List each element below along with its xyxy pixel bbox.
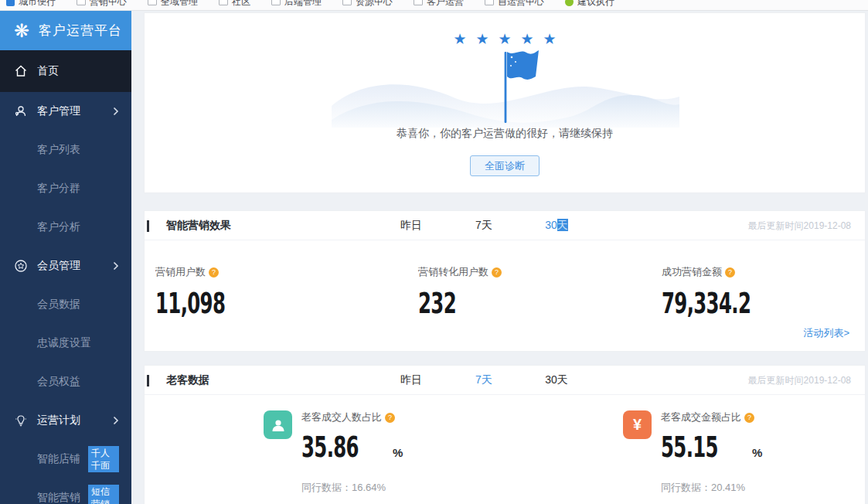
activity-list-link[interactable]: 活动列表> — [803, 326, 849, 340]
bookmark-folder[interactable]: 社区 — [219, 0, 250, 9]
help-icon[interactable]: ? — [725, 267, 735, 278]
bookmark-folder[interactable]: 全域管理 — [148, 0, 198, 9]
last-updated: 最后更新时间2019-12-08 — [748, 366, 851, 395]
stat-value: 55.15 — [661, 431, 718, 464]
sidebar-item-member-mgmt[interactable]: 会员管理 — [0, 247, 131, 285]
users-icon — [14, 104, 28, 118]
star-circle-icon — [14, 259, 28, 273]
folder-icon — [414, 0, 423, 5]
bookmark-folder[interactable]: 资源中心 — [342, 0, 393, 9]
person-icon — [264, 410, 292, 439]
tab-yesterday[interactable]: 昨日 — [395, 373, 427, 387]
peer-data: 同行数据：16.64% — [301, 481, 403, 495]
old-customer-card: 老客数据 昨日 7天 30天 最后更新时间2019-12-08 老客成交人数占比… — [144, 365, 866, 504]
title-marker — [147, 220, 149, 232]
tab-7days[interactable]: 7天 — [468, 373, 500, 387]
lightbulb-icon — [14, 414, 28, 427]
period-tabs: 昨日 7天 30天 — [395, 366, 573, 395]
congrats-card: ★★★★★ 恭喜你，你的客户运营做的很好，请继续保持 全面诊断 — [144, 12, 866, 193]
star-icon: ★ — [475, 31, 488, 47]
stat-converted-users: 营销转化用户数? 232 — [418, 265, 502, 320]
bookmark-folder[interactable]: 营销中心 — [77, 0, 127, 9]
percent-sign: % — [393, 446, 403, 459]
tab-30days[interactable]: 30天 — [540, 373, 573, 387]
star-icon: ★ — [453, 31, 466, 47]
last-updated: 最后更新时间2019-12-08 — [748, 211, 851, 240]
stat-value: 232 — [418, 287, 456, 320]
stat-value: 79,334.2 — [662, 287, 751, 320]
sidebar-item-smart-store[interactable]: 智能店铺 千人千面 — [0, 440, 131, 478]
congrats-message: 恭喜你，你的客户运营做的很好，请继续保持 — [145, 127, 865, 141]
card-title: 智能营销效果 — [166, 219, 231, 233]
sidebar-item-customer-analysis[interactable]: 客户分析 — [0, 208, 131, 247]
card-title: 老客数据 — [166, 373, 209, 387]
star-icon: ★ — [521, 31, 534, 47]
smart-store-badge: 千人千面 — [88, 446, 119, 472]
bookmark-folder[interactable]: 自运营中心 — [485, 0, 544, 9]
chevron-right-icon — [113, 416, 119, 425]
selected-text: 天 — [557, 219, 568, 231]
stat-old-customer-amount-ratio: ¥ 老客成交金额占比? 55.15% 同行数据：20.41% — [623, 410, 762, 495]
card-header: 智能营销效果 昨日 7天 30天 最后更新时间2019-12-08 — [145, 211, 865, 240]
sidebar-item-loyalty-settings[interactable]: 忠诚度设置 — [0, 324, 131, 363]
chevron-right-icon — [113, 107, 119, 116]
tab-yesterday[interactable]: 昨日 — [395, 219, 427, 233]
browser-bookmarks-bar: 城市便行 营销中心 全域管理 社区 后端管理 资源中心 客户运营 自运营中心 建… — [0, 0, 868, 11]
folder-icon — [485, 0, 494, 5]
stat-old-customer-count-ratio: 老客成交人数占比? 35.86% 同行数据：16.64% — [264, 410, 403, 495]
bookmark-item[interactable]: 建议执行 — [565, 0, 614, 9]
tab-7days[interactable]: 7天 — [468, 219, 500, 233]
star-icon: ★ — [498, 31, 511, 47]
pinwheel-logo-icon: ❋ — [14, 22, 29, 40]
green-dot-icon — [565, 0, 574, 6]
help-icon[interactable]: ? — [744, 413, 754, 423]
app-title: 客户运营平台 — [39, 22, 122, 39]
smart-marketing-badge: 短信营销 — [88, 485, 119, 504]
sidebar-item-smart-marketing[interactable]: 智能营销 短信营销 — [0, 478, 131, 504]
bookmark-folder[interactable]: 后端管理 — [271, 0, 322, 9]
help-icon[interactable]: ? — [385, 413, 395, 423]
stat-value: 11,098 — [155, 287, 225, 320]
stat-success-amount: 成功营销金额? 79,334.2 — [662, 265, 797, 320]
card-header: 老客数据 昨日 7天 30天 最后更新时间2019-12-08 — [145, 366, 865, 395]
tab-30days[interactable]: 30天 — [540, 219, 573, 233]
site-favicon-icon — [6, 0, 15, 6]
app-logo: ❋ 客户运营平台 — [0, 11, 131, 50]
sidebar-item-operation-plan[interactable]: 运营计划 — [0, 401, 131, 440]
sidebar-item-customer-group[interactable]: 客户分群 — [0, 169, 131, 208]
sidebar: ❋ 客户运营平台 首页 客户管理 客户列表 客户分群 客户分析 会员管理 会员数… — [0, 11, 131, 504]
help-icon[interactable]: ? — [209, 267, 219, 278]
home-icon — [14, 64, 28, 78]
sidebar-item-customer-mgmt[interactable]: 客户管理 — [0, 92, 131, 131]
title-marker — [147, 375, 149, 387]
flag-waves-illustration — [332, 46, 679, 128]
sidebar-item-home[interactable]: 首页 — [0, 50, 131, 92]
folder-icon — [148, 0, 157, 5]
stat-value: 35.86 — [301, 431, 359, 464]
folder-icon — [77, 0, 86, 5]
folder-icon — [219, 0, 228, 5]
period-tabs: 昨日 7天 30天 — [395, 211, 573, 240]
help-icon[interactable]: ? — [492, 267, 502, 278]
peer-data: 同行数据：20.41% — [661, 481, 762, 495]
percent-sign: % — [752, 446, 762, 459]
chevron-right-icon — [113, 261, 119, 271]
sidebar-item-member-data[interactable]: 会员数据 — [0, 285, 131, 324]
bookmark-folder[interactable]: 客户运营 — [414, 0, 464, 9]
folder-icon — [271, 0, 281, 5]
yuan-icon: ¥ — [623, 410, 652, 439]
stat-marketing-users: 营销用户数? 11,098 — [155, 265, 261, 320]
bookmark-item[interactable]: 城市便行 — [6, 0, 56, 9]
sidebar-item-customer-list[interactable]: 客户列表 — [0, 131, 131, 169]
main-content: ★★★★★ 恭喜你，你的客户运营做的很好，请继续保持 全面诊断 — [131, 11, 868, 504]
sidebar-item-member-benefits[interactable]: 会员权益 — [0, 363, 131, 401]
star-icon: ★ — [543, 31, 557, 47]
smart-marketing-card: 智能营销效果 昨日 7天 30天 最后更新时间2019-12-08 营销用户数?… — [144, 210, 866, 352]
folder-icon — [342, 0, 352, 5]
full-diagnosis-button[interactable]: 全面诊断 — [470, 155, 540, 176]
